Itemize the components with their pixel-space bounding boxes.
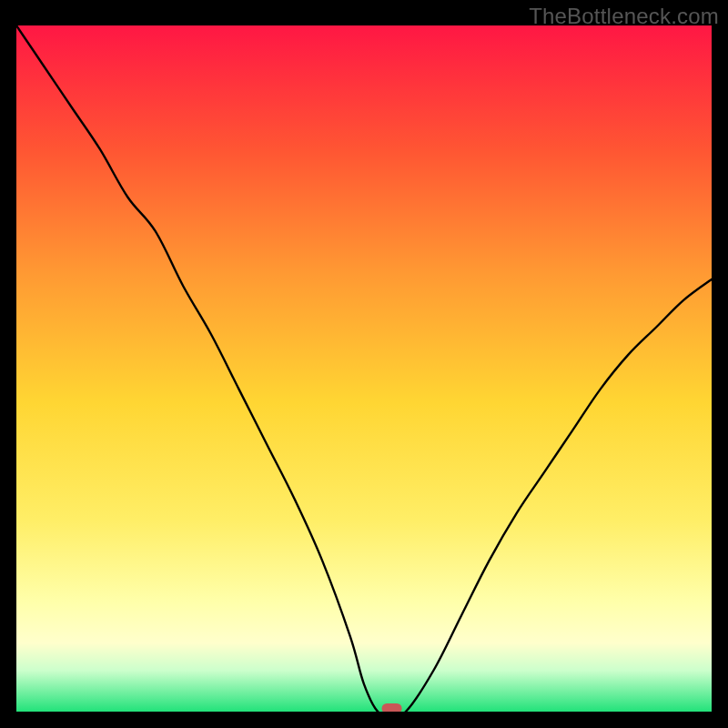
chart-frame: TheBottleneck.com	[0, 0, 728, 728]
plot-area	[16, 25, 712, 712]
gradient-background	[16, 25, 712, 712]
bottleneck-marker	[382, 703, 402, 712]
bottleneck-chart	[16, 25, 712, 712]
watermark-text: TheBottleneck.com	[529, 4, 719, 29]
